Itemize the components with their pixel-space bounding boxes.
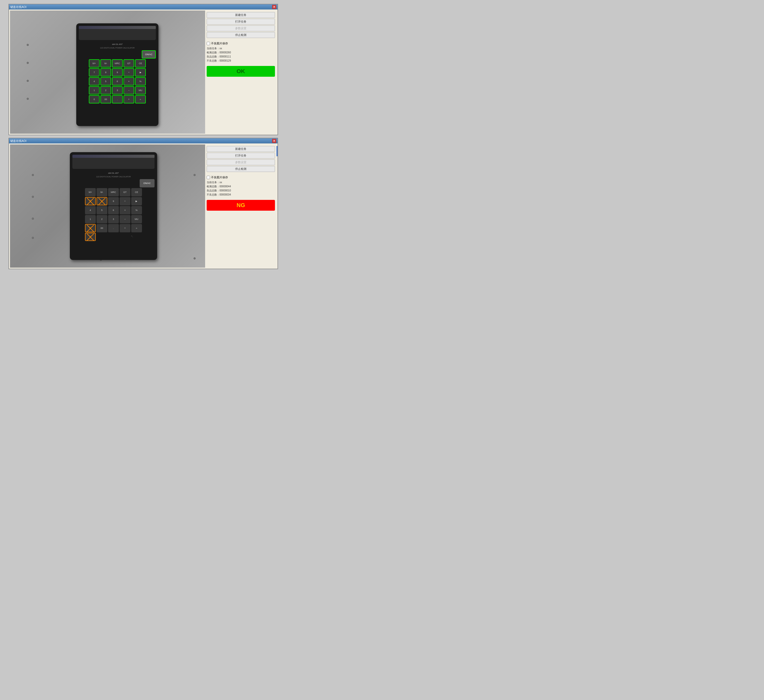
total-row-2: 检测总数：00000044 (207, 184, 275, 189)
btn2-mminus[interactable]: M- (97, 188, 107, 196)
btn2-mu[interactable]: MU (131, 215, 142, 223)
btn-mul[interactable]: × (124, 77, 134, 86)
btn-9[interactable]: 9 (112, 68, 123, 77)
bad-row-2: 不良总数：00000034 (207, 193, 275, 197)
calculator-1: deli DL-837 12Z-DIGITS DUAL POWER CALCUL… (76, 23, 158, 126)
good-row-2: 良品总数：00000010 (207, 189, 275, 193)
btn-div[interactable]: ÷ (124, 68, 134, 77)
btn2-dot[interactable]: . (108, 224, 119, 232)
new-task-btn-1[interactable]: 新建任务 (207, 12, 275, 18)
btn-4[interactable]: 4 (89, 77, 100, 86)
btn2-3[interactable]: 3 (108, 215, 119, 223)
save-checkbox-2[interactable] (207, 176, 210, 179)
btn2-sub[interactable]: − (120, 215, 130, 223)
btn2-9[interactable]: 9 (108, 197, 119, 205)
camera-view-1: deli DL-837 12Z-DIGITS DUAL POWER CALCUL… (10, 11, 205, 134)
content-2: deli DL-837 12Z-DIGITS DUAL POWER CALCUL… (9, 144, 277, 269)
calc-row-0-2: 0 1 00 . + = (72, 224, 155, 241)
btn-eq[interactable]: = (135, 95, 146, 103)
btn-00[interactable]: 00 (100, 95, 111, 103)
btn-5[interactable]: 5 (100, 77, 111, 86)
btn-mplus[interactable]: M+ (89, 59, 100, 67)
btn-ce[interactable]: CE (135, 59, 146, 67)
onac-btn-2[interactable]: ON/AC (140, 179, 155, 188)
side-panel-2: 新建任务 打开任务 参数设置 停止检测 不良图片保存 当前任务：xx 检测总数：… (205, 144, 277, 268)
bad-row-1: 不良总数：00000129 (207, 59, 275, 63)
btn2-mul[interactable]: × (120, 206, 130, 214)
wall-hole (27, 80, 29, 82)
zero-group: 0 1 (85, 224, 96, 241)
btn2-1-extra[interactable]: 1 (85, 233, 96, 241)
btn2-7[interactable]: 7 (85, 197, 96, 205)
calc-brand-area-2: deli DL-837 12Z-DIGITS DUAL POWER CALCUL… (72, 171, 155, 178)
new-task-btn-2[interactable]: 新建任务 (207, 146, 275, 152)
btn-0[interactable]: 0 (89, 95, 100, 103)
btn2-ce[interactable]: CE (131, 188, 142, 196)
btn2-eq[interactable]: = (131, 224, 142, 232)
btn2-5[interactable]: 5 (97, 206, 107, 214)
btn-mu[interactable]: MU (135, 86, 146, 94)
btn2-mplus[interactable]: M+ (85, 188, 96, 196)
subtitle-text-2: 12Z-DIGITS DUAL POWER CALCULATOR (96, 176, 131, 178)
btn2-6[interactable]: 6 (108, 206, 119, 214)
btn-group-2: 新建任务 打开任务 参数设置 停止检测 (207, 146, 275, 172)
btn2-pct[interactable]: % (131, 206, 142, 214)
params-btn-2[interactable]: 参数设置 (207, 159, 275, 165)
btn-7[interactable]: 7 (89, 68, 100, 77)
calc-solar-2 (72, 155, 155, 158)
current-task-row-1: 当前任务：xx (207, 47, 275, 50)
btn2-0[interactable]: 0 (85, 224, 96, 232)
stop-btn-1[interactable]: 停止检测 (207, 32, 275, 38)
btn2-div[interactable]: ÷ (120, 197, 130, 205)
btn2-mrc[interactable]: MRC (108, 188, 119, 196)
btn2-arrow[interactable]: ▶ (131, 197, 142, 205)
good-row-1: 良品总数：00000111 (207, 55, 275, 59)
wall-hole (32, 174, 34, 176)
btn-mminus[interactable]: M- (100, 59, 111, 67)
btn-6[interactable]: 6 (112, 77, 123, 86)
stop-btn-2[interactable]: 停止检测 (207, 166, 275, 172)
total-row-1: 检测总数：00000260 (207, 50, 275, 55)
btn2-4[interactable]: 4 (85, 206, 96, 214)
current-task-row-2: 当前任务：xx (207, 180, 275, 184)
side-panel-1: 新建任务 打开任务 参数设置 停止检测 不良图片保存 当前任务：xx 检测总数：… (205, 11, 277, 134)
checkbox-label-1: 不良图片保存 (211, 42, 228, 45)
btn-arrow[interactable]: ▶ (135, 68, 146, 77)
open-task-btn-1[interactable]: 打开任务 (207, 19, 275, 25)
btn-2[interactable]: 2 (100, 86, 111, 94)
brand-text: deli DL-837 (112, 43, 123, 45)
open-task-btn-2[interactable]: 打开任务 (207, 153, 275, 159)
btn2-8[interactable]: 8 (97, 197, 107, 205)
close-btn-2[interactable]: × (272, 139, 276, 143)
btn-mrc[interactable]: MRC (112, 59, 123, 67)
scroll-indicator (277, 146, 277, 156)
close-btn-1[interactable]: × (272, 5, 276, 9)
btn2-2[interactable]: 2 (97, 215, 107, 223)
calc-display-1 (79, 26, 156, 40)
onac-btn-1[interactable]: ON/AC (142, 50, 156, 58)
calc-row-mem: M+ M- MRC GT CE (79, 59, 156, 67)
btn-group-1: 新建任务 打开任务 参数设置 停止检测 (207, 12, 275, 38)
brand-text-2: deli DL-837 (108, 172, 119, 174)
btn-3[interactable]: 3 (112, 86, 123, 94)
btn2-plus[interactable]: + (120, 224, 130, 232)
calc-row-mem-2: M+ M- MRC GT CE (72, 188, 155, 196)
wall-hole (32, 237, 34, 239)
btn-plus[interactable]: + (124, 95, 134, 103)
btn-sub[interactable]: − (124, 86, 134, 94)
btn-pct[interactable]: % (135, 77, 146, 86)
btn2-gt[interactable]: GT (120, 188, 130, 196)
checkbox-row-1: 不良图片保存 (207, 42, 275, 45)
btn-dot[interactable]: . (112, 95, 123, 103)
btn-1[interactable]: 1 (89, 86, 100, 94)
btn2-1[interactable]: 1 (85, 215, 96, 223)
title-1: 键盘在线AOI (10, 5, 27, 9)
btn2-00[interactable]: 00 (97, 224, 107, 232)
checkbox-row-2: 不良图片保存 (207, 175, 275, 180)
save-checkbox-1[interactable] (207, 42, 210, 45)
btn-8[interactable]: 8 (100, 68, 111, 77)
params-btn-1[interactable]: 参数设置 (207, 25, 275, 31)
calc-display-2 (72, 155, 155, 169)
btn-gt[interactable]: GT (124, 59, 134, 67)
camera-view-2: deli DL-837 12Z-DIGITS DUAL POWER CALCUL… (10, 144, 205, 268)
